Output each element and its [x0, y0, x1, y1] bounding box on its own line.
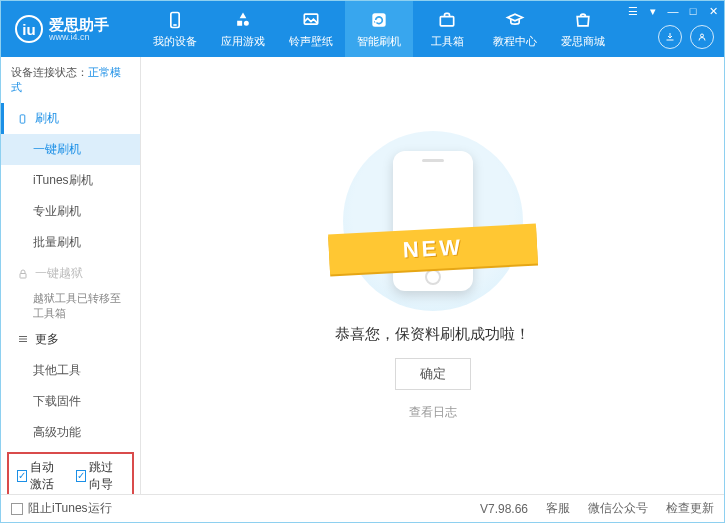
body: 设备连接状态：正常模式 刷机 一键刷机 iTunes刷机 专业刷机 批量刷机 一…: [1, 57, 724, 494]
checkbox-block-itunes[interactable]: [11, 503, 23, 515]
skin-icon[interactable]: ▾: [646, 4, 660, 18]
result-panel: NEW 恭喜您，保资料刷机成功啦！ 确定 查看日志: [141, 57, 724, 494]
check-update-link[interactable]: 检查更新: [666, 500, 714, 517]
wallpaper-icon: [301, 10, 321, 30]
ok-button[interactable]: 确定: [395, 358, 471, 390]
app-logo: iu 爱思助手 www.i4.cn: [1, 15, 141, 43]
group-jailbreak[interactable]: 一键越狱: [1, 258, 140, 289]
sidebar-item-batch-flash[interactable]: 批量刷机: [1, 227, 140, 258]
svg-rect-4: [440, 16, 453, 25]
toolbox-icon: [437, 10, 457, 30]
more-icon: [16, 333, 29, 346]
minimize-icon[interactable]: —: [666, 4, 680, 18]
app-url: www.i4.cn: [49, 32, 109, 42]
checkbox-skip-guide[interactable]: ✓跳过向导: [76, 459, 125, 493]
group-more[interactable]: 更多: [1, 324, 140, 355]
store-icon: [573, 10, 593, 30]
maximize-icon[interactable]: □: [686, 4, 700, 18]
tab-tutorials[interactable]: 教程中心: [481, 1, 549, 57]
status-bar: 阻止iTunes运行 V7.98.66 客服 微信公众号 检查更新: [1, 494, 724, 522]
user-icon[interactable]: [690, 25, 714, 49]
group-flash[interactable]: 刷机: [1, 103, 140, 134]
logo-icon: iu: [15, 15, 43, 43]
window-controls: ☰ ▾ — □ ✕: [626, 4, 720, 18]
customer-service-link[interactable]: 客服: [546, 500, 570, 517]
success-message: 恭喜您，保资料刷机成功啦！: [335, 325, 530, 344]
graduation-icon: [505, 10, 525, 30]
checkbox-auto-activate[interactable]: ✓自动激活: [17, 459, 66, 493]
menu-icon[interactable]: ☰: [626, 4, 640, 18]
new-ribbon: NEW: [328, 223, 538, 274]
apps-icon: [233, 10, 253, 30]
titlebar-actions: [658, 25, 714, 49]
tab-my-device[interactable]: 我的设备: [141, 1, 209, 57]
tab-store[interactable]: 爱思商城: [549, 1, 617, 57]
options-highlight: ✓自动激活 ✓跳过向导: [7, 452, 134, 494]
jailbreak-note: 越狱工具已转移至 工具箱: [1, 289, 140, 324]
svg-point-5: [701, 34, 704, 37]
sidebar-item-other-tools[interactable]: 其他工具: [1, 355, 140, 386]
version-label: V7.98.66: [480, 502, 528, 516]
svg-rect-3: [372, 13, 385, 26]
app-name: 爱思助手: [49, 17, 109, 32]
tab-toolbox[interactable]: 工具箱: [413, 1, 481, 57]
sidebar-item-pro-flash[interactable]: 专业刷机: [1, 196, 140, 227]
sidebar-item-advanced[interactable]: 高级功能: [1, 417, 140, 448]
close-icon[interactable]: ✕: [706, 4, 720, 18]
sidebar-item-itunes-flash[interactable]: iTunes刷机: [1, 165, 140, 196]
tab-flash[interactable]: 智能刷机: [345, 1, 413, 57]
lock-icon: [16, 267, 29, 280]
sidebar: 设备连接状态：正常模式 刷机 一键刷机 iTunes刷机 专业刷机 批量刷机 一…: [1, 57, 141, 494]
wechat-link[interactable]: 微信公众号: [588, 500, 648, 517]
sidebar-item-download-fw[interactable]: 下载固件: [1, 386, 140, 417]
success-illustration: NEW: [343, 131, 523, 311]
phone-small-icon: [16, 112, 29, 125]
download-icon[interactable]: [658, 25, 682, 49]
device-status: 设备连接状态：正常模式: [1, 57, 140, 103]
block-itunes-label: 阻止iTunes运行: [28, 500, 112, 517]
flash-icon: [369, 10, 389, 30]
tab-apps[interactable]: 应用游戏: [209, 1, 277, 57]
svg-rect-6: [20, 114, 25, 122]
sidebar-item-oneclick-flash[interactable]: 一键刷机: [1, 134, 140, 165]
svg-rect-7: [20, 273, 26, 278]
main-panel: NEW 恭喜您，保资料刷机成功啦！ 确定 查看日志: [141, 57, 724, 494]
titlebar: iu 爱思助手 www.i4.cn 我的设备 应用游戏 铃声壁纸 智能刷机: [1, 1, 724, 57]
app-window: iu 爱思助手 www.i4.cn 我的设备 应用游戏 铃声壁纸 智能刷机: [0, 0, 725, 523]
phone-icon: [165, 10, 185, 30]
tab-ringtones[interactable]: 铃声壁纸: [277, 1, 345, 57]
view-log-link[interactable]: 查看日志: [409, 404, 457, 421]
